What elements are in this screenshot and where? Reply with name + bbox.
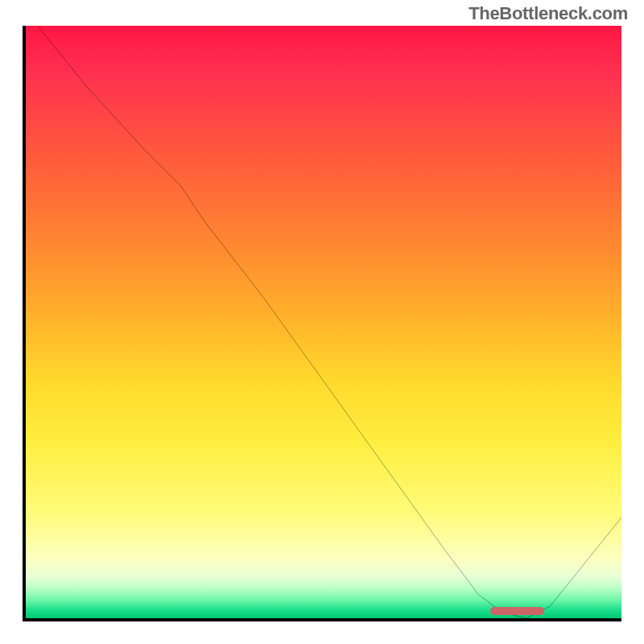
watermark-text: TheBottleneck.com [469,3,628,24]
optimal-range-marker [490,607,544,615]
curve-layer [26,26,621,618]
chart-container: TheBottleneck.com [0,0,644,644]
plot-area [23,26,621,621]
bottleneck-curve [38,26,621,618]
